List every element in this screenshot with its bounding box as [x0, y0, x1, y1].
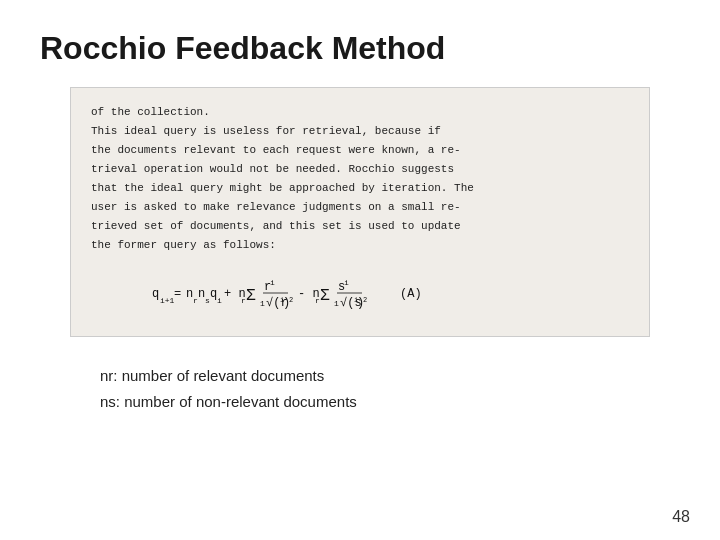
- svg-text:1: 1: [260, 299, 265, 308]
- doc-line-8: the former query as follows:: [91, 237, 629, 254]
- content-area: of the collection. This ideal query is u…: [40, 87, 680, 520]
- formula-container: q i+1 = n r n s q i + n r Σ r: [91, 262, 629, 322]
- slide-title: Rocchio Feedback Method: [40, 30, 680, 67]
- svg-text:Σ: Σ: [246, 287, 256, 305]
- doc-line-7: trieved set of documents, and this set i…: [91, 218, 629, 235]
- legend-area: nr: number of relevant documents ns: num…: [100, 363, 357, 414]
- doc-line-1: of the collection.: [91, 104, 629, 121]
- doc-line-3: the documents relevant to each request w…: [91, 142, 629, 159]
- page-number: 48: [672, 508, 690, 526]
- svg-text:1: 1: [334, 299, 339, 308]
- svg-text:i: i: [344, 278, 349, 287]
- doc-line-5: that the ideal query might be approached…: [91, 180, 629, 197]
- svg-text:i: i: [270, 278, 275, 287]
- doc-line-2: This ideal query is useless for retrieva…: [91, 123, 629, 140]
- svg-text:q: q: [152, 287, 159, 301]
- formula-svg: q i+1 = n r n s q i + n r Σ r: [150, 262, 570, 322]
- svg-text:Σ: Σ: [320, 287, 330, 305]
- legend-line-1: nr: number of relevant documents: [100, 363, 357, 389]
- doc-line-4: trieval operation would not be needed. R…: [91, 161, 629, 178]
- slide-container: Rocchio Feedback Method of the collectio…: [0, 0, 720, 540]
- legend-line-2: ns: number of non-relevant documents: [100, 389, 357, 415]
- svg-text:i+1: i+1: [160, 296, 175, 305]
- svg-text:2: 2: [363, 296, 367, 304]
- svg-text:2: 2: [289, 296, 293, 304]
- doc-line-6: user is asked to make relevance judgment…: [91, 199, 629, 216]
- svg-text:i: i: [217, 296, 222, 305]
- svg-text:(A): (A): [400, 287, 422, 301]
- document-image: of the collection. This ideal query is u…: [70, 87, 650, 337]
- svg-text:=: =: [174, 287, 181, 301]
